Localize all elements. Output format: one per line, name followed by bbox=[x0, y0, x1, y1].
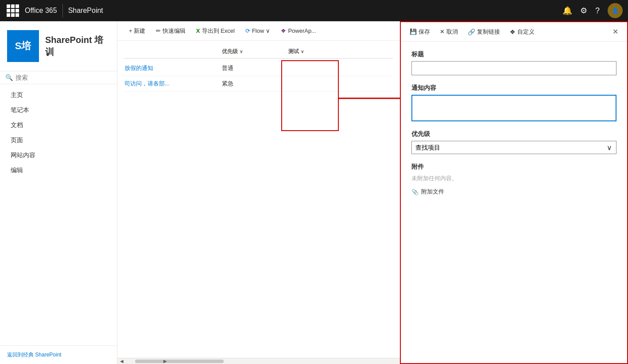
title-label: 标题 bbox=[411, 50, 616, 58]
sidebar-nav: 主页 笔记本 文档 页面 网站内容 编辑 bbox=[0, 84, 117, 345]
flow-chevron: ∨ bbox=[266, 27, 270, 34]
avatar-initials: 👤 bbox=[612, 8, 619, 14]
save-icon: 💾 bbox=[410, 28, 417, 35]
panel-customize-label: 自定义 bbox=[517, 28, 535, 36]
waffle-icon bbox=[7, 4, 19, 17]
main-layout: S培 SharePoint 培训 🔍 主页 笔记本 文档 页面 网站内容 编辑 … bbox=[0, 21, 628, 364]
list-header: 优先级 ∨ 测试 ∨ bbox=[124, 48, 393, 59]
settings-icon[interactable]: ⚙ bbox=[580, 6, 587, 15]
panel-toolbar: 💾 保存 ✕ 取消 🔗 复制链接 ❖ 自定义 ✕ bbox=[401, 22, 627, 42]
panel-cancel-button[interactable]: ✕ 取消 bbox=[436, 26, 461, 38]
flow-button[interactable]: ⟳ Flow ∨ bbox=[241, 25, 275, 37]
topbar: Office 365 SharePoint 🔔 ⚙ ? 👤 bbox=[0, 0, 628, 21]
list-toolbar: + 新建 ✏ 快速编辑 X 导出到 Excel ⟳ Flow ∨ ❖ Power… bbox=[117, 21, 400, 41]
notification-icon[interactable]: 🔔 bbox=[562, 6, 572, 15]
site-logo-text: S培 bbox=[15, 39, 31, 53]
test-chevron-icon: ∨ bbox=[301, 49, 304, 54]
table-row[interactable]: 司访问，请各部... 紧急 bbox=[124, 76, 393, 92]
scrollbar-track[interactable] bbox=[135, 360, 224, 363]
scroll-right-arrow[interactable]: ▶ bbox=[161, 359, 170, 364]
attachment-section: 附件 未附加任何内容。 📎 附加文件 bbox=[411, 163, 616, 197]
office365-label[interactable]: Office 365 bbox=[25, 7, 57, 15]
scroll-left-arrow[interactable]: ◀ bbox=[117, 359, 126, 364]
customize-icon: ❖ bbox=[510, 28, 516, 35]
attach-file-label: 附加文件 bbox=[421, 188, 444, 196]
col-header-title bbox=[124, 48, 222, 55]
quick-edit-label: ✏ 快速编辑 bbox=[156, 27, 186, 35]
sidebar-search: 🔍 bbox=[0, 71, 117, 84]
row-title[interactable]: 放假的通知 bbox=[124, 64, 222, 72]
sidebar-item-notebook[interactable]: 笔记本 bbox=[0, 103, 117, 118]
notification-label: 通知内容 bbox=[411, 84, 616, 92]
panel-save-label: 保存 bbox=[419, 28, 430, 36]
site-header: S培 SharePoint 培训 bbox=[0, 21, 117, 71]
row-priority: 普通 bbox=[222, 64, 288, 72]
sidebar-item-site-content[interactable]: 网站内容 bbox=[0, 148, 117, 163]
col-header-test[interactable]: 测试 ∨ bbox=[288, 48, 346, 55]
sidebar: S培 SharePoint 培训 🔍 主页 笔记本 文档 页面 网站内容 编辑 … bbox=[0, 21, 117, 364]
row-priority: 紧急 bbox=[222, 80, 288, 88]
sidebar-item-edit[interactable]: 编辑 bbox=[0, 163, 117, 178]
right-panel: 💾 保存 ✕ 取消 🔗 复制链接 ❖ 自定义 ✕ 标题 bbox=[400, 21, 628, 364]
cancel-icon: ✕ bbox=[440, 28, 445, 35]
priority-label: 优先级 bbox=[411, 130, 616, 138]
panel-copy-link-button[interactable]: 🔗 复制链接 bbox=[464, 26, 504, 38]
powerapps-button[interactable]: ❖ PowerAp... bbox=[276, 25, 321, 37]
horizontal-scrollbar[interactable]: ◀ ▶ bbox=[117, 358, 400, 364]
topbar-divider bbox=[62, 4, 63, 17]
priority-select[interactable]: 查找项目 普通 紧急 bbox=[411, 141, 616, 154]
notification-textarea[interactable] bbox=[411, 95, 616, 121]
search-input[interactable] bbox=[16, 74, 112, 81]
avatar[interactable]: 👤 bbox=[608, 3, 623, 18]
col-header-priority[interactable]: 优先级 ∨ bbox=[222, 48, 288, 55]
sidebar-item-pages[interactable]: 页面 bbox=[0, 133, 117, 148]
sidebar-item-docs[interactable]: 文档 bbox=[0, 118, 117, 133]
export-excel-label: 导出到 Excel bbox=[202, 27, 235, 35]
new-button[interactable]: + 新建 bbox=[124, 24, 150, 38]
excel-icon: X bbox=[196, 27, 200, 34]
attach-icon: 📎 bbox=[411, 189, 419, 195]
powerapps-icon: ❖ bbox=[281, 27, 286, 34]
site-logo: S培 bbox=[7, 30, 39, 62]
new-button-label: + 新建 bbox=[129, 27, 145, 35]
export-excel-button[interactable]: X 导出到 Excel bbox=[192, 24, 239, 38]
topbar-icons: 🔔 ⚙ ? 👤 bbox=[562, 3, 623, 18]
panel-save-button[interactable]: 💾 保存 bbox=[406, 26, 434, 38]
search-icon: 🔍 bbox=[5, 74, 13, 81]
powerapps-label: PowerAp... bbox=[288, 27, 316, 34]
panel-cancel-label: 取消 bbox=[446, 28, 458, 36]
site-title: SharePoint 培训 bbox=[45, 34, 110, 58]
priority-select-wrapper: 查找项目 普通 紧急 ∨ bbox=[411, 141, 616, 154]
flow-icon: ⟳ bbox=[245, 27, 250, 34]
panel-form: 标题 通知内容 优先级 查找项目 普通 紧急 ∨ bbox=[401, 42, 627, 206]
flow-label: Flow bbox=[252, 27, 264, 34]
waffle-button[interactable] bbox=[5, 3, 20, 18]
panel-copy-link-label: 复制链接 bbox=[477, 28, 500, 36]
priority-field: 优先级 查找项目 普通 紧急 ∨ bbox=[411, 130, 616, 154]
content-area: + 新建 ✏ 快速编辑 X 导出到 Excel ⟳ Flow ∨ ❖ Power… bbox=[117, 21, 400, 364]
attachment-empty-text: 未附加任何内容。 bbox=[411, 174, 616, 182]
table-row[interactable]: 放假的通知 普通 bbox=[124, 61, 393, 76]
list-area: 优先级 ∨ 测试 ∨ 放假的通知 普通 司访问，请各部... 紧急 bbox=[117, 41, 400, 358]
priority-chevron-icon: ∨ bbox=[240, 49, 243, 54]
help-icon[interactable]: ? bbox=[595, 6, 600, 15]
row-title[interactable]: 司访问，请各部... bbox=[124, 80, 222, 88]
sidebar-item-home[interactable]: 主页 bbox=[0, 88, 117, 103]
title-field: 标题 bbox=[411, 50, 616, 75]
sidebar-footer-link[interactable]: 返回到经典 SharePoint bbox=[0, 345, 117, 364]
notification-field: 通知内容 bbox=[411, 84, 616, 121]
title-input[interactable] bbox=[411, 61, 616, 75]
close-icon: ✕ bbox=[612, 28, 618, 35]
sharepoint-label[interactable]: SharePoint bbox=[68, 7, 103, 15]
attachment-label: 附件 bbox=[411, 163, 616, 171]
panel-close-button[interactable]: ✕ bbox=[609, 26, 622, 38]
copy-link-icon: 🔗 bbox=[468, 28, 475, 35]
quick-edit-button[interactable]: ✏ 快速编辑 bbox=[151, 24, 190, 38]
panel-customize-button[interactable]: ❖ 自定义 bbox=[506, 26, 538, 38]
attach-file-button[interactable]: 📎 附加文件 bbox=[411, 186, 616, 197]
